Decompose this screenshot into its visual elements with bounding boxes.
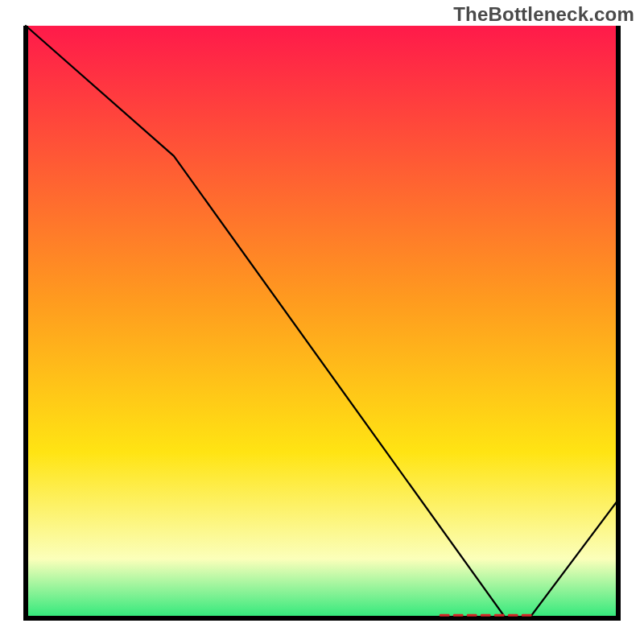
plot-background: [26, 26, 618, 618]
bottleneck-chart: [0, 0, 644, 644]
chart-container: TheBottleneck.com: [0, 0, 644, 644]
